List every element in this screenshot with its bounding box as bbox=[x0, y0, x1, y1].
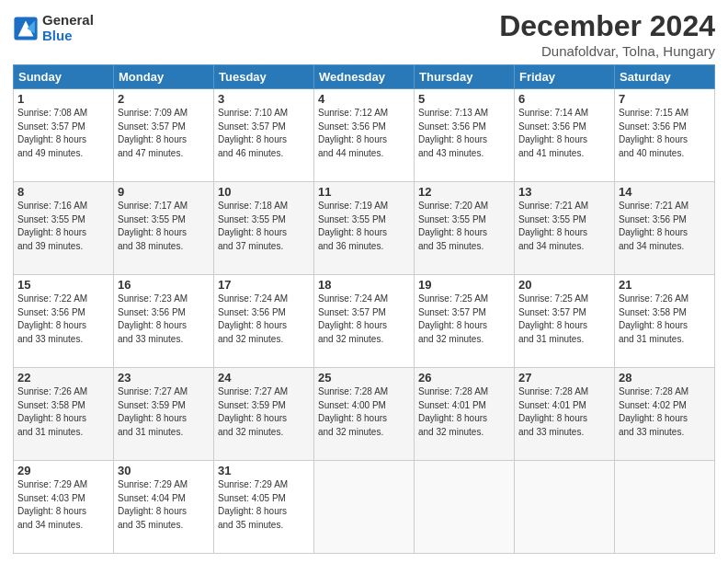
day-info: Sunrise: 7:18 AM Sunset: 3:55 PM Dayligh… bbox=[218, 200, 310, 253]
calendar-cell: 16Sunrise: 7:23 AM Sunset: 3:56 PM Dayli… bbox=[114, 275, 214, 368]
day-number: 9 bbox=[118, 185, 210, 199]
day-number: 27 bbox=[518, 371, 610, 385]
day-number: 23 bbox=[118, 371, 210, 385]
calendar-cell: 24Sunrise: 7:27 AM Sunset: 3:59 PM Dayli… bbox=[214, 368, 314, 461]
title-block: December 2024 Dunafoldvar, Tolna, Hungar… bbox=[499, 9, 715, 59]
logo: General Blue bbox=[13, 13, 94, 43]
day-number: 28 bbox=[619, 371, 711, 385]
day-info: Sunrise: 7:21 AM Sunset: 3:55 PM Dayligh… bbox=[518, 200, 610, 253]
calendar-cell: 25Sunrise: 7:28 AM Sunset: 4:00 PM Dayli… bbox=[314, 368, 415, 461]
calendar-cell: 26Sunrise: 7:28 AM Sunset: 4:01 PM Dayli… bbox=[415, 368, 515, 461]
calendar-row: 8Sunrise: 7:16 AM Sunset: 3:55 PM Daylig… bbox=[14, 182, 715, 275]
day-number: 5 bbox=[418, 92, 510, 106]
day-number: 31 bbox=[218, 464, 310, 477]
day-number: 7 bbox=[619, 92, 711, 106]
calendar-cell: 31Sunrise: 7:29 AM Sunset: 4:05 PM Dayli… bbox=[214, 461, 314, 554]
calendar-cell: 2Sunrise: 7:09 AM Sunset: 3:57 PM Daylig… bbox=[114, 89, 214, 182]
day-number: 25 bbox=[318, 371, 410, 385]
day-info: Sunrise: 7:26 AM Sunset: 3:58 PM Dayligh… bbox=[619, 293, 711, 346]
day-info: Sunrise: 7:28 AM Sunset: 4:01 PM Dayligh… bbox=[418, 385, 510, 439]
page-container: General Blue December 2024 Dunafoldvar, … bbox=[0, 0, 728, 563]
column-header-tuesday: Tuesday bbox=[214, 65, 314, 89]
calendar-cell bbox=[515, 461, 615, 554]
day-info: Sunrise: 7:12 AM Sunset: 3:56 PM Dayligh… bbox=[318, 107, 410, 160]
calendar-cell: 28Sunrise: 7:28 AM Sunset: 4:02 PM Dayli… bbox=[615, 368, 715, 461]
day-info: Sunrise: 7:13 AM Sunset: 3:56 PM Dayligh… bbox=[418, 107, 510, 160]
column-header-wednesday: Wednesday bbox=[314, 65, 415, 89]
calendar-cell: 1Sunrise: 7:08 AM Sunset: 3:57 PM Daylig… bbox=[14, 89, 114, 182]
calendar-header: SundayMondayTuesdayWednesdayThursdayFrid… bbox=[14, 65, 715, 89]
day-number: 1 bbox=[17, 92, 109, 106]
day-number: 17 bbox=[218, 278, 310, 292]
calendar-cell: 30Sunrise: 7:29 AM Sunset: 4:04 PM Dayli… bbox=[114, 461, 214, 554]
column-header-thursday: Thursday bbox=[415, 65, 515, 89]
day-info: Sunrise: 7:14 AM Sunset: 3:56 PM Dayligh… bbox=[518, 107, 610, 160]
calendar-cell: 4Sunrise: 7:12 AM Sunset: 3:56 PM Daylig… bbox=[314, 89, 415, 182]
calendar-cell: 19Sunrise: 7:25 AM Sunset: 3:57 PM Dayli… bbox=[415, 275, 515, 368]
calendar-table: SundayMondayTuesdayWednesdayThursdayFrid… bbox=[13, 64, 715, 554]
column-header-friday: Friday bbox=[515, 65, 615, 89]
day-info: Sunrise: 7:28 AM Sunset: 4:01 PM Dayligh… bbox=[518, 385, 610, 439]
logo-line1: General bbox=[42, 13, 94, 29]
day-info: Sunrise: 7:26 AM Sunset: 3:58 PM Dayligh… bbox=[17, 385, 109, 439]
day-info: Sunrise: 7:29 AM Sunset: 4:04 PM Dayligh… bbox=[118, 478, 210, 532]
day-info: Sunrise: 7:21 AM Sunset: 3:56 PM Dayligh… bbox=[619, 200, 711, 253]
day-info: Sunrise: 7:10 AM Sunset: 3:57 PM Dayligh… bbox=[218, 107, 310, 160]
column-header-saturday: Saturday bbox=[615, 65, 715, 89]
day-number: 6 bbox=[518, 92, 610, 106]
day-info: Sunrise: 7:28 AM Sunset: 4:02 PM Dayligh… bbox=[619, 385, 711, 439]
day-number: 12 bbox=[418, 185, 510, 199]
calendar-cell: 17Sunrise: 7:24 AM Sunset: 3:56 PM Dayli… bbox=[214, 275, 314, 368]
calendar-cell: 20Sunrise: 7:25 AM Sunset: 3:57 PM Dayli… bbox=[515, 275, 615, 368]
page-title: December 2024 bbox=[499, 9, 715, 43]
day-number: 30 bbox=[118, 464, 210, 477]
day-number: 13 bbox=[518, 185, 610, 199]
day-number: 16 bbox=[118, 278, 210, 292]
calendar-row: 22Sunrise: 7:26 AM Sunset: 3:58 PM Dayli… bbox=[14, 368, 715, 461]
day-info: Sunrise: 7:25 AM Sunset: 3:57 PM Dayligh… bbox=[418, 293, 510, 346]
column-header-monday: Monday bbox=[114, 65, 214, 89]
day-info: Sunrise: 7:15 AM Sunset: 3:56 PM Dayligh… bbox=[619, 107, 711, 160]
calendar-cell: 14Sunrise: 7:21 AM Sunset: 3:56 PM Dayli… bbox=[615, 182, 715, 275]
header-row: SundayMondayTuesdayWednesdayThursdayFrid… bbox=[14, 65, 715, 89]
logo-text: General Blue bbox=[42, 13, 94, 43]
day-info: Sunrise: 7:27 AM Sunset: 3:59 PM Dayligh… bbox=[118, 385, 210, 439]
day-number: 21 bbox=[619, 278, 711, 292]
day-number: 26 bbox=[418, 371, 510, 385]
calendar-cell bbox=[415, 461, 515, 554]
calendar-cell: 22Sunrise: 7:26 AM Sunset: 3:58 PM Dayli… bbox=[14, 368, 114, 461]
day-number: 29 bbox=[17, 464, 109, 477]
calendar-cell: 5Sunrise: 7:13 AM Sunset: 3:56 PM Daylig… bbox=[415, 89, 515, 182]
calendar-cell: 15Sunrise: 7:22 AM Sunset: 3:56 PM Dayli… bbox=[14, 275, 114, 368]
calendar-cell: 3Sunrise: 7:10 AM Sunset: 3:57 PM Daylig… bbox=[214, 89, 314, 182]
day-info: Sunrise: 7:29 AM Sunset: 4:03 PM Dayligh… bbox=[17, 478, 109, 532]
day-info: Sunrise: 7:29 AM Sunset: 4:05 PM Dayligh… bbox=[218, 478, 310, 532]
calendar-cell: 12Sunrise: 7:20 AM Sunset: 3:55 PM Dayli… bbox=[415, 182, 515, 275]
logo-line2: Blue bbox=[42, 29, 94, 44]
day-info: Sunrise: 7:16 AM Sunset: 3:55 PM Dayligh… bbox=[17, 200, 109, 253]
day-number: 10 bbox=[218, 185, 310, 199]
day-info: Sunrise: 7:27 AM Sunset: 3:59 PM Dayligh… bbox=[218, 385, 310, 439]
column-header-sunday: Sunday bbox=[14, 65, 114, 89]
calendar-cell: 27Sunrise: 7:28 AM Sunset: 4:01 PM Dayli… bbox=[515, 368, 615, 461]
header: General Blue December 2024 Dunafoldvar, … bbox=[13, 9, 715, 59]
day-number: 14 bbox=[619, 185, 711, 199]
calendar-row: 15Sunrise: 7:22 AM Sunset: 3:56 PM Dayli… bbox=[14, 275, 715, 368]
calendar-cell: 9Sunrise: 7:17 AM Sunset: 3:55 PM Daylig… bbox=[114, 182, 214, 275]
calendar-cell bbox=[615, 461, 715, 554]
day-info: Sunrise: 7:08 AM Sunset: 3:57 PM Dayligh… bbox=[17, 107, 109, 160]
day-number: 8 bbox=[17, 185, 109, 199]
logo-icon bbox=[13, 16, 39, 41]
calendar-cell: 6Sunrise: 7:14 AM Sunset: 3:56 PM Daylig… bbox=[515, 89, 615, 182]
page-subtitle: Dunafoldvar, Tolna, Hungary bbox=[499, 43, 715, 59]
day-info: Sunrise: 7:28 AM Sunset: 4:00 PM Dayligh… bbox=[318, 385, 410, 439]
calendar-body: 1Sunrise: 7:08 AM Sunset: 3:57 PM Daylig… bbox=[14, 89, 715, 554]
calendar-row: 1Sunrise: 7:08 AM Sunset: 3:57 PM Daylig… bbox=[14, 89, 715, 182]
day-number: 15 bbox=[17, 278, 109, 292]
day-info: Sunrise: 7:17 AM Sunset: 3:55 PM Dayligh… bbox=[118, 200, 210, 253]
day-number: 3 bbox=[218, 92, 310, 106]
day-info: Sunrise: 7:19 AM Sunset: 3:55 PM Dayligh… bbox=[318, 200, 410, 253]
day-info: Sunrise: 7:25 AM Sunset: 3:57 PM Dayligh… bbox=[518, 293, 610, 346]
day-info: Sunrise: 7:23 AM Sunset: 3:56 PM Dayligh… bbox=[118, 293, 210, 346]
day-number: 11 bbox=[318, 185, 410, 199]
